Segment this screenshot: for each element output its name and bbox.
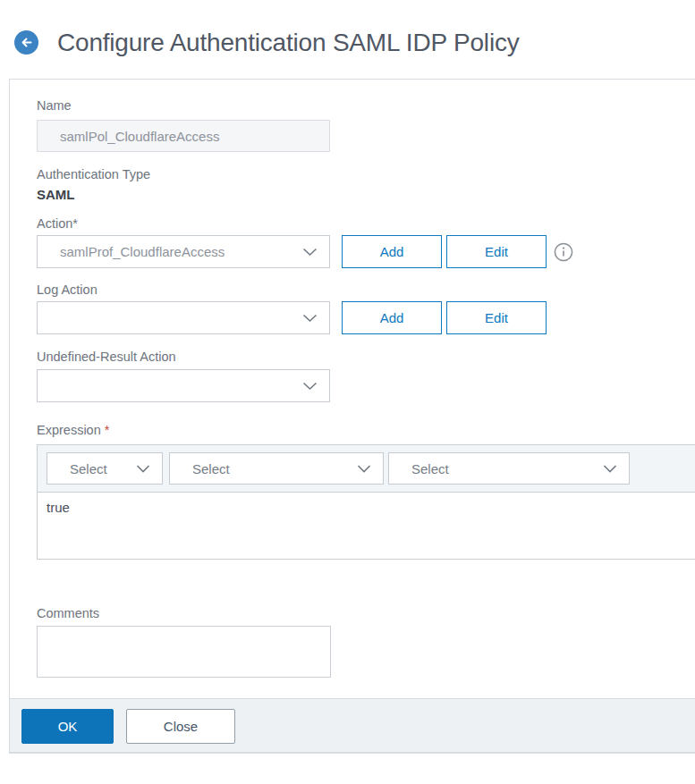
chevron-down-icon: [302, 314, 318, 323]
name-input: [37, 120, 330, 152]
log-action-select[interactable]: [37, 301, 330, 334]
auth-type-value: SAML: [37, 187, 695, 202]
expression-select-3[interactable]: Select: [388, 452, 630, 485]
comments-input[interactable]: [37, 626, 331, 678]
arrow-left-icon: [20, 37, 33, 48]
ok-button[interactable]: OK: [21, 709, 114, 744]
auth-type-label: Authentication Type: [37, 167, 695, 182]
chevron-down-icon: [603, 465, 617, 473]
chevron-down-icon: [302, 248, 318, 257]
name-label: Name: [37, 98, 695, 114]
required-asterisk: *: [105, 423, 110, 437]
comments-label: Comments: [37, 606, 695, 621]
page-title: Configure Authentication SAML IDP Policy: [57, 29, 520, 57]
form-panel: Name Authentication Type SAML Action* sa…: [9, 79, 695, 754]
action-edit-button[interactable]: Edit: [446, 235, 547, 268]
back-button[interactable]: [14, 30, 38, 55]
action-label: Action*: [37, 216, 695, 232]
action-add-button[interactable]: Add: [342, 235, 442, 268]
expression-label: Expression *: [37, 423, 695, 438]
expression-input[interactable]: true: [38, 493, 695, 559]
chevron-down-icon: [357, 465, 371, 473]
action-select-value: samlProf_CloudflareAccess: [60, 244, 225, 259]
form-footer: OK Close: [10, 698, 695, 753]
action-select[interactable]: samlProf_CloudflareAccess: [37, 235, 330, 268]
log-action-edit-button[interactable]: Edit: [446, 301, 547, 334]
log-action-add-button[interactable]: Add: [342, 301, 442, 334]
chevron-down-icon: [302, 382, 318, 391]
log-action-label: Log Action: [37, 282, 695, 298]
expression-select-1[interactable]: Select: [47, 452, 163, 485]
undefined-result-action-label: Undefined-Result Action: [37, 350, 695, 365]
expression-toolbar: Select Select Select: [38, 445, 695, 493]
close-button[interactable]: Close: [126, 709, 235, 744]
expression-builder: Select Select Select: [37, 444, 695, 560]
undefined-result-action-select[interactable]: [37, 369, 330, 402]
expression-select-2[interactable]: Select: [169, 452, 384, 485]
page-header: Configure Authentication SAML IDP Policy: [0, 0, 695, 58]
info-icon[interactable]: [554, 242, 573, 262]
chevron-down-icon: [136, 465, 150, 473]
